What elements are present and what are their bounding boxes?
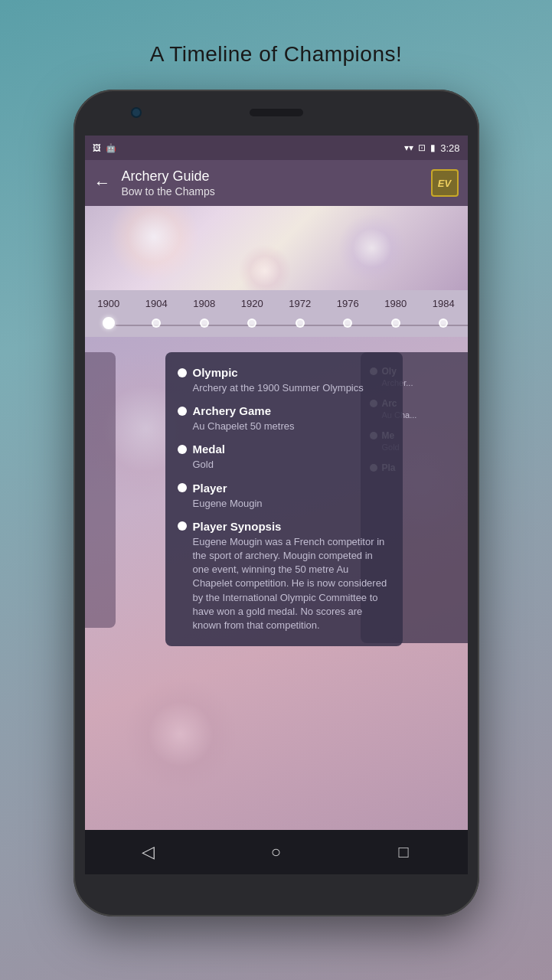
field-label: Olympic [193,366,238,379]
field-value: Eugene Mougin [178,497,390,511]
card-field-header: Archery Game [178,404,390,417]
phone-top-bar [73,90,479,136]
card-field: OlympicArchery at the 1900 Summer Olympi… [178,366,390,395]
back-button[interactable]: ← [94,173,111,193]
app-logo: EV [431,169,459,197]
bottom-nav: ◁ ○ □ [85,830,468,874]
status-right-icons: ▾▾ ⊡ ▮ 3:28 [404,142,459,154]
card-field: PlayerEugene Mougin [178,482,390,511]
time-display: 3:28 [440,142,459,154]
timeline-dots [85,313,468,337]
phone-shell: 🖼 🤖 ▾▾ ⊡ ▮ 3:28 ← Archery Guide Bow to t… [73,90,479,916]
info-card: OlympicArchery at the 1900 Summer Olympi… [165,352,403,646]
timeline-year[interactable]: 1908 [181,298,229,309]
field-value: Gold [178,458,390,472]
logo-text: EV [438,178,451,189]
app-bar-title: Archery Guide [122,168,431,185]
field-value: Au Chapelet 50 metres [178,420,390,433]
status-bar: 🖼 🤖 ▾▾ ⊡ ▮ 3:28 [85,136,468,160]
timeline-years: 19001904190819201972197619801984 [85,290,468,313]
app-bar-subtitle: Bow to the Champs [122,185,431,198]
card-field: MedalGold [178,443,390,472]
timeline-year[interactable]: 1976 [324,298,372,309]
field-dot-icon [178,445,187,454]
card-field-header: Medal [178,443,390,456]
field-label: Archery Game [193,404,272,417]
image-icon: 🖼 [93,143,101,152]
hero-area [85,206,468,290]
side-panel-left [85,352,116,628]
nav-back-button[interactable]: ◁ [132,835,165,869]
timeline-year[interactable]: 1984 [420,298,468,309]
field-dot-icon [178,368,187,377]
field-dot-icon [178,407,187,416]
nav-home-button[interactable]: ○ [259,835,292,869]
timeline-dot[interactable] [228,318,276,328]
field-dot-icon [178,521,187,531]
timeline-bar: 19001904190819201972197619801984 [85,290,468,337]
field-label: Player [193,482,227,495]
card-field: Archery GameAu Chapelet 50 metres [178,404,390,433]
field-value: Eugene Mougin was a French competitor in… [178,535,390,632]
screen: 🖼 🤖 ▾▾ ⊡ ▮ 3:28 ← Archery Guide Bow to t… [85,136,468,874]
timeline-year[interactable]: 1972 [276,298,325,309]
timeline-year[interactable]: 1900 [85,298,133,309]
timeline-dot[interactable] [372,318,420,328]
timeline-year[interactable]: 1904 [132,298,181,309]
main-content: OlympicArchery at the 1900 Summer Olympi… [85,337,468,830]
speaker [250,109,303,116]
card-field: Player SynopsisEugene Mougin was a Frenc… [178,520,390,632]
timeline-dot[interactable] [85,317,133,329]
timeline-dot[interactable] [276,318,325,328]
status-left-icons: 🖼 🤖 [93,143,116,153]
android-icon: 🤖 [106,143,116,153]
app-bar: ← Archery Guide Bow to the Champs EV [85,160,468,206]
nav-recent-button[interactable]: □ [387,835,420,869]
timeline-dot[interactable] [132,318,181,328]
card-field-header: Olympic [178,366,390,379]
page-headline: A Timeline of Champions! [150,42,403,67]
battery-icon: ▮ [430,142,436,153]
timeline-dot[interactable] [420,318,468,328]
card-field-header: Player Synopsis [178,520,390,533]
field-label: Medal [193,443,226,456]
timeline-dot[interactable] [324,318,372,328]
signal-icon: ⊡ [418,142,426,153]
field-dot-icon [178,483,187,492]
camera-icon [131,107,142,118]
timeline-dot[interactable] [181,318,229,328]
timeline-year[interactable]: 1980 [372,298,420,309]
timeline-year[interactable]: 1920 [228,298,276,309]
card-field-header: Player [178,482,390,495]
field-value: Archery at the 1900 Summer Olympics [178,381,390,395]
app-bar-titles: Archery Guide Bow to the Champs [122,168,431,198]
wifi-icon: ▾▾ [404,142,413,153]
field-label: Player Synopsis [193,520,282,533]
